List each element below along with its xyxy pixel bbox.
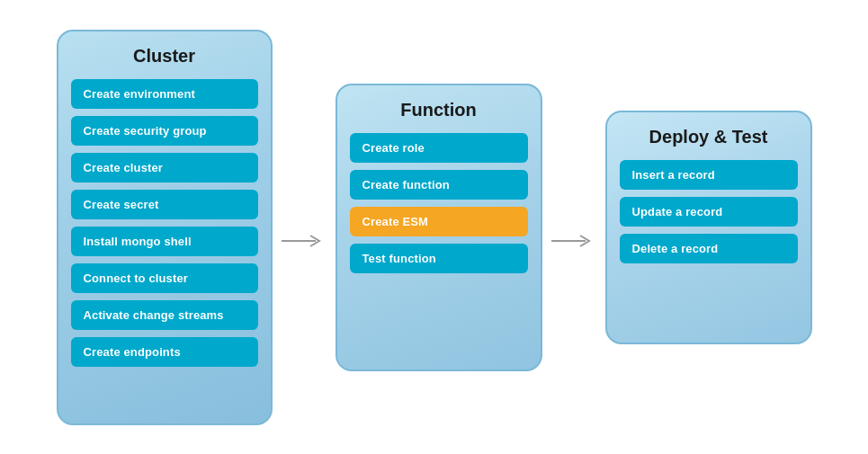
deploy-title: Deploy & Test: [649, 127, 768, 147]
cluster-step-6[interactable]: Activate change streams: [71, 300, 258, 330]
deploy-panel: Deploy & Test Insert a recordUpdate a re…: [605, 111, 812, 344]
deploy-step-1[interactable]: Update a record: [620, 197, 798, 227]
diagram: Cluster Create environmentCreate securit…: [39, 12, 830, 443]
deploy-step-0[interactable]: Insert a record: [620, 160, 798, 190]
cluster-panel: Cluster Create environmentCreate securit…: [57, 30, 273, 425]
function-title: Function: [400, 100, 476, 120]
function-step-1[interactable]: Create function: [350, 170, 528, 200]
cluster-step-3[interactable]: Create secret: [71, 190, 258, 219]
cluster-step-0[interactable]: Create environment: [71, 79, 258, 109]
cluster-step-1[interactable]: Create security group: [71, 116, 258, 146]
function-step-3[interactable]: Test function: [350, 244, 528, 273]
deploy-step-2[interactable]: Delete a record: [620, 234, 798, 263]
function-step-2[interactable]: Create ESM: [350, 207, 528, 236]
cluster-step-4[interactable]: Install mongo shell: [71, 227, 258, 256]
cluster-title: Cluster: [133, 46, 195, 67]
cluster-step-7[interactable]: Create endpoints: [71, 337, 258, 367]
arrow-2: [542, 230, 605, 252]
function-step-0[interactable]: Create role: [350, 133, 528, 163]
arrow-1: [273, 230, 336, 252]
function-panel: Function Create roleCreate functionCreat…: [336, 84, 542, 371]
cluster-step-5[interactable]: Connect to cluster: [71, 263, 258, 293]
cluster-step-2[interactable]: Create cluster: [71, 153, 258, 182]
